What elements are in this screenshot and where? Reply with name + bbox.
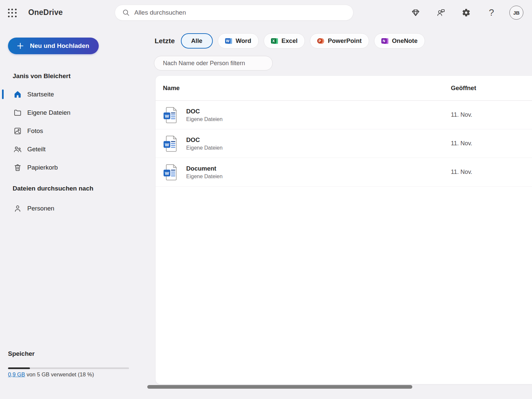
feedback-icon[interactable] (434, 5, 448, 20)
app-title: OneDrive (28, 8, 63, 17)
top-bar: OneDrive ? (0, 0, 532, 25)
file-location: Eigene Dateien (186, 116, 451, 122)
premium-diamond-icon[interactable] (408, 5, 423, 20)
filter-pill-word[interactable]: W Word (218, 33, 259, 49)
name-person-filter-input[interactable] (154, 56, 273, 70)
file-title: DOC (186, 108, 451, 115)
horizontal-scrollbar[interactable] (147, 385, 412, 389)
storage-used-link[interactable]: 0,9 GB (8, 371, 25, 377)
table-row[interactable]: W Document Eigene Dateien 11. Nov. (156, 158, 532, 187)
photos-icon (13, 127, 22, 135)
search-icon (122, 9, 130, 16)
sidebar-item-fotos[interactable]: Fotos (0, 122, 146, 140)
settings-gear-icon[interactable] (459, 5, 473, 20)
sidebar-item-label: Startseite (27, 91, 54, 98)
avatar[interactable]: JB (509, 6, 523, 20)
column-header-opened[interactable]: Geöffnet (451, 84, 532, 92)
filter-pill-onenote[interactable]: N OneNote (374, 33, 425, 49)
svg-text:W: W (165, 171, 169, 176)
sidebar-item-startseite[interactable]: Startseite (0, 85, 146, 103)
file-opened-date: 11. Nov. (451, 140, 532, 147)
sidebar-item-label: Personen (27, 205, 54, 212)
filter-pill-label: Word (236, 37, 251, 45)
filter-pill-alle[interactable]: Alle (181, 33, 213, 49)
storage-detail: von 5 GB verwendet (18 %) (25, 371, 94, 377)
filter-row: Letzte Alle W Word X Excel P PowerPoint … (155, 33, 425, 49)
storage-text: 0,9 GB von 5 GB verwendet (18 %) (8, 371, 94, 378)
sidebar-item-label: Papierkorb (27, 164, 58, 171)
recent-files-panel: Name Geöffnet W DOC Eigene Dateien 11. N… (156, 76, 532, 384)
sidebar-item-personen[interactable]: Personen (0, 199, 146, 217)
file-location: Eigene Dateien (186, 174, 451, 180)
app-launcher-icon[interactable] (7, 8, 18, 18)
svg-text:W: W (165, 113, 169, 118)
plus-icon (17, 42, 24, 50)
search-input[interactable] (134, 9, 334, 16)
filter-pill-label: PowerPoint (328, 37, 362, 45)
filter-pill-label: OneNote (392, 37, 418, 45)
storage-progress-fill (8, 367, 30, 369)
filter-pill-label: Alle (191, 37, 202, 45)
table-header: Name Geöffnet (156, 76, 532, 101)
word-file-icon: W (163, 106, 178, 124)
person-icon (13, 204, 22, 213)
trash-icon (13, 163, 22, 172)
storage-title: Speicher (8, 350, 35, 357)
powerpoint-icon: P (317, 38, 324, 45)
browse-section-label: Dateien durchsuchen nach (13, 185, 93, 192)
file-title: DOC (186, 136, 451, 144)
file-opened-date: 11. Nov. (451, 169, 532, 176)
sidebar-item-eigene-dateien[interactable]: Eigene Dateien (0, 103, 146, 122)
owner-name: Janis von Bleichert (13, 72, 70, 80)
recent-section-title: Letzte (155, 37, 175, 45)
sidebar-item-label: Fotos (27, 127, 43, 135)
sidebar-item-papierkorb[interactable]: Papierkorb (0, 158, 146, 177)
filter-pill-powerpoint[interactable]: P PowerPoint (310, 33, 369, 49)
filter-pill-excel[interactable]: X Excel (264, 33, 305, 49)
word-file-icon: W (163, 135, 178, 153)
sidebar-item-label: Geteilt (27, 146, 46, 153)
new-upload-label: Neu und Hochladen (30, 42, 89, 50)
excel-icon: X (271, 38, 278, 45)
sidebar-item-label: Eigene Dateien (27, 109, 70, 116)
sidebar: Neu und Hochladen Janis von Bleichert St… (0, 25, 146, 399)
table-row[interactable]: W DOC Eigene Dateien 11. Nov. (156, 129, 532, 158)
selected-indicator (2, 89, 4, 99)
svg-text:W: W (165, 142, 169, 147)
people-icon (13, 145, 22, 154)
filter-pill-label: Excel (282, 37, 298, 45)
file-title: Document (186, 165, 451, 172)
folder-icon (13, 108, 22, 117)
file-opened-date: 11. Nov. (451, 111, 532, 118)
storage-progressbar (8, 367, 129, 369)
column-header-name[interactable]: Name (163, 84, 451, 92)
help-icon[interactable]: ? (484, 5, 499, 20)
word-file-icon: W (163, 163, 178, 181)
home-icon (13, 90, 22, 99)
search-bar[interactable] (115, 5, 353, 21)
new-upload-button[interactable]: Neu und Hochladen (8, 38, 99, 54)
table-row[interactable]: W DOC Eigene Dateien 11. Nov. (156, 101, 532, 129)
word-icon: W (225, 38, 232, 45)
onenote-icon: N (381, 38, 388, 45)
sidebar-item-geteilt[interactable]: Geteilt (0, 140, 146, 158)
file-location: Eigene Dateien (186, 145, 451, 151)
